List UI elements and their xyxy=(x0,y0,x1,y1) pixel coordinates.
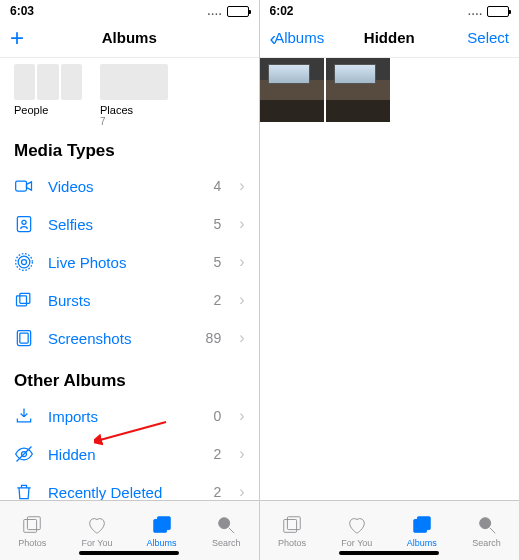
tab-label: Photos xyxy=(18,538,46,548)
photo-thumbnail[interactable] xyxy=(326,58,390,122)
svg-rect-22 xyxy=(417,516,430,529)
status-bar: 6:03 .... xyxy=(0,0,259,18)
tab-label: For You xyxy=(341,538,372,548)
back-button[interactable]: ‹ Albums xyxy=(270,28,340,48)
row-label: Screenshots xyxy=(48,330,192,347)
phone-left: 6:03 .... + Albums People Places 7 Media… xyxy=(0,0,260,560)
tab-label: Search xyxy=(472,538,501,548)
screenshot-icon xyxy=(14,328,34,348)
row-count: 0 xyxy=(213,408,221,424)
svg-rect-13 xyxy=(28,516,41,529)
svg-rect-15 xyxy=(157,516,170,529)
battery-icon xyxy=(227,6,249,17)
card-label: People xyxy=(14,104,82,116)
section-other-albums: Other Albums xyxy=(0,357,259,397)
tab-label: Albums xyxy=(407,538,437,548)
bursts-icon xyxy=(14,290,34,310)
tab-photos[interactable]: Photos xyxy=(260,501,325,560)
svg-point-4 xyxy=(18,256,30,268)
section-media-types: Media Types xyxy=(0,127,259,167)
chevron-right-icon: › xyxy=(239,253,244,271)
row-count: 4 xyxy=(213,178,221,194)
svg-rect-12 xyxy=(24,519,37,532)
row-screenshots[interactable]: Screenshots 89 › xyxy=(0,319,259,357)
chevron-right-icon: › xyxy=(239,483,244,501)
row-imports[interactable]: Imports 0 › xyxy=(0,397,259,435)
row-hidden[interactable]: Hidden 2 › xyxy=(0,435,259,473)
tab-label: For You xyxy=(81,538,112,548)
svg-point-2 xyxy=(22,220,26,224)
svg-point-23 xyxy=(479,517,490,528)
chevron-right-icon: › xyxy=(239,407,244,425)
row-label: Imports xyxy=(48,408,199,425)
row-label: Recently Deleted xyxy=(48,484,199,501)
nav-title: Hidden xyxy=(340,29,440,46)
tab-label: Photos xyxy=(278,538,306,548)
chevron-right-icon: › xyxy=(239,215,244,233)
nav-bar: + Albums xyxy=(0,18,259,58)
signal-icon: .... xyxy=(468,6,483,17)
signal-icon: .... xyxy=(207,6,222,17)
tab-photos[interactable]: Photos xyxy=(0,501,65,560)
svg-rect-0 xyxy=(16,181,27,191)
status-time: 6:03 xyxy=(10,4,34,18)
svg-rect-7 xyxy=(20,293,30,303)
svg-rect-20 xyxy=(287,516,300,529)
video-icon xyxy=(14,176,34,196)
svg-rect-6 xyxy=(17,296,27,306)
tab-label: Search xyxy=(212,538,241,548)
row-bursts[interactable]: Bursts 2 › xyxy=(0,281,259,319)
album-places[interactable]: Places 7 xyxy=(100,64,168,127)
trash-icon xyxy=(14,482,34,502)
tab-search[interactable]: Search xyxy=(194,501,259,560)
chevron-right-icon: › xyxy=(239,445,244,463)
phone-right: 6:02 .... ‹ Albums Hidden Select Photos … xyxy=(260,0,520,560)
svg-point-3 xyxy=(22,260,27,265)
row-count: 2 xyxy=(213,292,221,308)
photo-grid xyxy=(260,58,520,122)
row-videos[interactable]: Videos 4 › xyxy=(0,167,259,205)
row-label: Hidden xyxy=(48,446,199,463)
select-button[interactable]: Select xyxy=(439,29,509,46)
tab-search[interactable]: Search xyxy=(454,501,519,560)
album-cards: People Places 7 xyxy=(0,58,259,127)
live-icon xyxy=(14,252,34,272)
home-indicator xyxy=(339,551,439,555)
row-count: 2 xyxy=(213,484,221,500)
svg-rect-9 xyxy=(20,333,28,343)
row-count: 5 xyxy=(213,216,221,232)
row-count: 2 xyxy=(213,446,221,462)
tab-label: Albums xyxy=(147,538,177,548)
album-people[interactable]: People xyxy=(14,64,82,127)
home-indicator xyxy=(79,551,179,555)
battery-icon xyxy=(487,6,509,17)
photo-thumbnail[interactable] xyxy=(260,58,324,122)
nav-title: Albums xyxy=(80,29,179,46)
svg-point-16 xyxy=(219,517,230,528)
import-icon xyxy=(14,406,34,426)
card-count: 7 xyxy=(100,116,168,127)
back-label: Albums xyxy=(274,29,324,46)
status-bar: 6:02 .... xyxy=(260,0,520,18)
row-count: 5 xyxy=(213,254,221,270)
row-live-photos[interactable]: Live Photos 5 › xyxy=(0,243,259,281)
add-button[interactable]: + xyxy=(10,26,24,50)
svg-line-24 xyxy=(489,527,495,533)
status-time: 6:02 xyxy=(270,4,294,18)
row-label: Live Photos xyxy=(48,254,199,271)
row-label: Bursts xyxy=(48,292,199,309)
chevron-right-icon: › xyxy=(239,177,244,195)
eye-icon xyxy=(14,444,34,464)
row-label: Videos xyxy=(48,178,199,195)
svg-line-17 xyxy=(229,527,235,533)
row-label: Selfies xyxy=(48,216,199,233)
chevron-right-icon: › xyxy=(239,291,244,309)
chevron-right-icon: › xyxy=(239,329,244,347)
row-count: 89 xyxy=(206,330,222,346)
nav-bar: ‹ Albums Hidden Select xyxy=(260,18,520,58)
selfie-icon xyxy=(14,214,34,234)
card-label: Places xyxy=(100,104,168,116)
svg-rect-19 xyxy=(284,519,297,532)
row-selfies[interactable]: Selfies 5 › xyxy=(0,205,259,243)
